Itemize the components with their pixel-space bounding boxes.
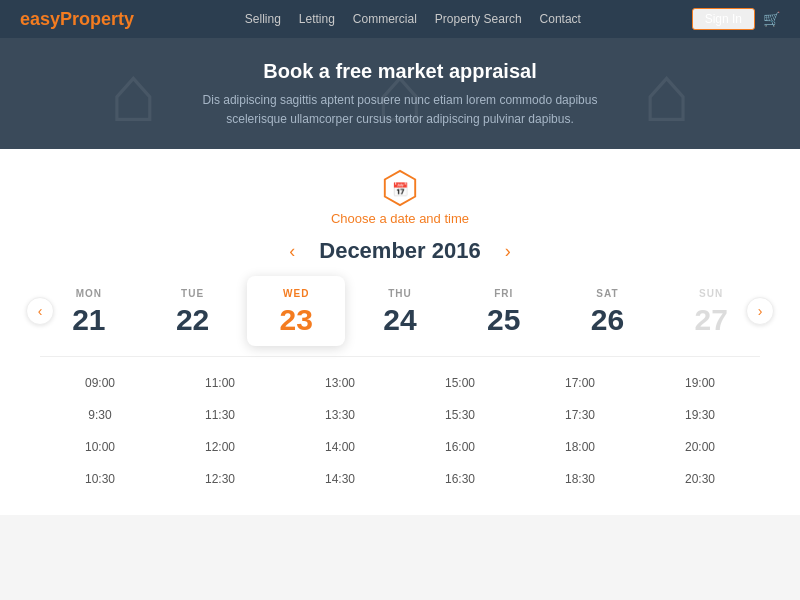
logo-property: Property <box>60 9 134 29</box>
hero-body: Dis adipiscing sagittis aptent posuere n… <box>190 91 610 129</box>
time-slot-1400[interactable]: 14:00 <box>280 431 400 463</box>
day-name: SAT <box>596 288 618 299</box>
time-slot-1100[interactable]: 11:00 <box>160 367 280 399</box>
time-slot-1630[interactable]: 16:30 <box>400 463 520 495</box>
nav-link-letting[interactable]: Letting <box>299 12 335 26</box>
hero-title: Book a free market appraisal <box>20 60 780 83</box>
time-slot-1330[interactable]: 13:30 <box>280 399 400 431</box>
prev-month-button[interactable]: ‹ <box>285 241 299 262</box>
calendar-section: 📅 Choose a date and time ‹ December 2016… <box>0 149 800 515</box>
logo: easyProperty <box>20 9 134 30</box>
day-number: 24 <box>383 305 416 335</box>
day-number: 25 <box>487 305 520 335</box>
time-slot-1700[interactable]: 17:00 <box>520 367 640 399</box>
nav-links: SellingLettingCommercialProperty SearchC… <box>245 12 581 26</box>
time-slot-1500[interactable]: 15:00 <box>400 367 520 399</box>
divider <box>40 356 760 357</box>
day-cell-25[interactable]: FRI25 <box>455 276 553 346</box>
time-slot-2030[interactable]: 20:30 <box>640 463 760 495</box>
time-slot-1800[interactable]: 18:00 <box>520 431 640 463</box>
logo-easy: easy <box>20 9 60 29</box>
day-name: FRI <box>494 288 513 299</box>
time-slot-1530[interactable]: 15:30 <box>400 399 520 431</box>
hero-section: ⌂⌂⌂ Book a free market appraisal Dis adi… <box>0 38 800 149</box>
navbar: easyProperty SellingLettingCommercialPro… <box>0 0 800 38</box>
week-next-button[interactable]: › <box>746 297 774 325</box>
day-number: 21 <box>72 305 105 335</box>
times-grid: 09:0011:0013:0015:0017:0019:009:3011:301… <box>40 367 760 495</box>
section-subtitle: Choose a date and time <box>331 211 469 226</box>
time-slot-1030[interactable]: 10:30 <box>40 463 160 495</box>
week-nav-container: ‹ MON21TUE22WED23THU24FRI25SAT26SUN27 › <box>40 276 760 346</box>
time-slot-1000[interactable]: 10:00 <box>40 431 160 463</box>
cart-icon[interactable]: 🛒 <box>763 11 780 27</box>
nav-link-selling[interactable]: Selling <box>245 12 281 26</box>
day-number: 27 <box>694 305 727 335</box>
section-header: 📅 Choose a date and time <box>40 159 760 230</box>
time-slot-1300[interactable]: 13:00 <box>280 367 400 399</box>
time-slot-1200[interactable]: 12:00 <box>160 431 280 463</box>
day-number: 23 <box>280 305 313 335</box>
day-cell-22[interactable]: TUE22 <box>144 276 242 346</box>
nav-link-commercial[interactable]: Commercial <box>353 12 417 26</box>
nav-link-property-search[interactable]: Property Search <box>435 12 522 26</box>
time-slot-2000[interactable]: 20:00 <box>640 431 760 463</box>
time-slot-1900[interactable]: 19:00 <box>640 367 760 399</box>
time-slot-1730[interactable]: 17:30 <box>520 399 640 431</box>
week-prev-button[interactable]: ‹ <box>26 297 54 325</box>
calendar-icon: 📅 <box>381 169 419 207</box>
day-cell-21[interactable]: MON21 <box>40 276 138 346</box>
time-slot-1600[interactable]: 16:00 <box>400 431 520 463</box>
time-slot-1830[interactable]: 18:30 <box>520 463 640 495</box>
time-slot-0900[interactable]: 09:00 <box>40 367 160 399</box>
day-cell-26[interactable]: SAT26 <box>559 276 657 346</box>
signin-button[interactable]: Sign In <box>692 8 755 30</box>
day-name: THU <box>388 288 412 299</box>
time-slot-1430[interactable]: 14:30 <box>280 463 400 495</box>
day-cell-23[interactable]: WED23 <box>247 276 345 346</box>
day-name: WED <box>283 288 309 299</box>
day-cell-24[interactable]: THU24 <box>351 276 449 346</box>
day-number: 22 <box>176 305 209 335</box>
time-slot-1930[interactable]: 19:30 <box>640 399 760 431</box>
day-name: SUN <box>699 288 723 299</box>
svg-text:📅: 📅 <box>392 181 409 198</box>
day-number: 26 <box>591 305 624 335</box>
month-label: December 2016 <box>319 238 480 264</box>
time-slot-1230[interactable]: 12:30 <box>160 463 280 495</box>
day-name: TUE <box>181 288 204 299</box>
time-slot-1130[interactable]: 11:30 <box>160 399 280 431</box>
month-nav: ‹ December 2016 › <box>40 238 760 264</box>
nav-link-contact[interactable]: Contact <box>540 12 581 26</box>
time-slot-930[interactable]: 9:30 <box>40 399 160 431</box>
next-month-button[interactable]: › <box>501 241 515 262</box>
days-grid: MON21TUE22WED23THU24FRI25SAT26SUN27 <box>40 276 760 346</box>
day-name: MON <box>76 288 102 299</box>
